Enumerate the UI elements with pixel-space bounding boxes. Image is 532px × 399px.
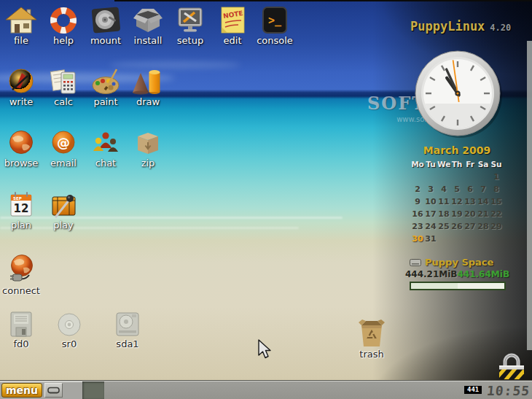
shapes-icon bbox=[132, 67, 164, 96]
sticky-note-icon: NOTE bbox=[216, 6, 249, 35]
calendar-date: 19 bbox=[450, 209, 463, 222]
icon-label: calc bbox=[42, 97, 85, 107]
calendar-date: 27 bbox=[463, 222, 477, 234]
calendar-date-today: 30 bbox=[411, 234, 424, 247]
icon-label: help bbox=[42, 36, 85, 46]
desktop-icon-install[interactable]: install bbox=[127, 6, 169, 46]
space-usage-bar bbox=[410, 282, 506, 290]
distro-version: 4.20 bbox=[490, 23, 511, 33]
calendar-date: 18 bbox=[437, 209, 450, 222]
calendar-day-header: Sa bbox=[477, 160, 490, 172]
calendar-widget: March 2009 Mo Tu We Th Fr Sa Su 1 2 3 4 … bbox=[408, 144, 506, 247]
puppy-space-widget: Puppy Space 444.21MiB 441.64MiB bbox=[405, 257, 507, 290]
calendar-date: 24 bbox=[424, 222, 437, 234]
globe-icon bbox=[5, 128, 37, 158]
desktop-icon-mount[interactable]: mount bbox=[85, 6, 127, 46]
calendar-date bbox=[450, 234, 463, 247]
abiword-icon bbox=[5, 67, 37, 96]
desktop-icon-trash[interactable]: trash bbox=[351, 318, 393, 360]
calendar-date: 9 bbox=[411, 197, 424, 209]
calendar-date: 28 bbox=[477, 222, 490, 234]
desktop-icon-sr0[interactable]: sr0 bbox=[48, 311, 90, 349]
desktop-icon-plan[interactable]: SEP 12 plan bbox=[0, 190, 42, 231]
palette-icon bbox=[90, 67, 122, 96]
calendar-date bbox=[463, 234, 477, 247]
drive-small-icon bbox=[410, 259, 421, 266]
desktop-icon-help[interactable]: help bbox=[42, 6, 85, 46]
calendar-date: 2 bbox=[411, 185, 424, 197]
desktop-icon-edit[interactable]: NOTE edit bbox=[211, 6, 254, 46]
calendar-date bbox=[424, 172, 437, 185]
calendar-date: 5 bbox=[450, 185, 463, 197]
show-desktop-button[interactable] bbox=[44, 383, 63, 398]
house-icon bbox=[5, 6, 37, 35]
calendar-date: 31 bbox=[424, 234, 437, 247]
icon-label: file bbox=[0, 36, 42, 46]
calendar-date: 12 bbox=[450, 197, 463, 209]
calendar-date bbox=[411, 172, 424, 185]
clock-face-icon bbox=[412, 48, 504, 140]
icon-label: chat bbox=[85, 158, 127, 168]
lock-widget[interactable] bbox=[497, 350, 526, 384]
calendar-date bbox=[450, 172, 463, 185]
floppy-icon bbox=[5, 311, 37, 338]
desktop-icon-calc[interactable]: calc bbox=[42, 67, 85, 107]
desktop-icon-console[interactable]: >_ console bbox=[254, 6, 296, 46]
at-sign-icon: @ bbox=[47, 128, 79, 158]
desktop-icon-chat[interactable]: chat bbox=[85, 128, 127, 168]
globe-plug-icon bbox=[5, 253, 37, 285]
icon-label: draw bbox=[127, 97, 169, 107]
icon-label: console bbox=[254, 36, 296, 46]
calendar-date bbox=[463, 172, 477, 185]
icon-label: edit bbox=[211, 36, 254, 46]
harddisk-icon bbox=[90, 6, 122, 35]
mouse-cursor bbox=[258, 339, 274, 364]
calendar-day-header: Mo bbox=[411, 160, 424, 172]
calendar-date bbox=[490, 234, 503, 247]
calendar-month-text: SEP bbox=[13, 196, 22, 201]
calendar-date: 20 bbox=[463, 209, 477, 222]
desktop-icon-paint[interactable]: paint bbox=[85, 67, 127, 107]
calendar-date bbox=[477, 234, 490, 247]
taskbar: menu 441 10:55 bbox=[0, 380, 532, 399]
calendar-date: 13 bbox=[463, 197, 477, 209]
icon-label: paint bbox=[85, 97, 127, 107]
desktop-icon-zip[interactable]: zip bbox=[127, 128, 169, 168]
icon-label: sda1 bbox=[106, 339, 149, 349]
media-icon bbox=[47, 190, 79, 220]
zip-box-icon bbox=[132, 128, 164, 158]
calendar-date: 8 bbox=[490, 185, 503, 197]
calendar-date: 4 bbox=[437, 185, 450, 197]
icon-label: fd0 bbox=[0, 339, 42, 349]
calendar-date: 3 bbox=[424, 185, 437, 197]
desktop-icon-connect[interactable]: connect bbox=[0, 253, 42, 296]
desktop-icon-play[interactable]: play bbox=[42, 190, 85, 231]
calendar-date: 10 bbox=[424, 197, 437, 209]
calendar-date: 17 bbox=[424, 209, 437, 222]
desktop-icon-email[interactable]: @ email bbox=[42, 128, 85, 168]
workspace-pager[interactable] bbox=[82, 381, 104, 399]
desktop-icon-setup[interactable]: setup bbox=[169, 6, 211, 46]
calendar-day-header: We bbox=[437, 160, 450, 172]
icon-label: install bbox=[127, 36, 169, 46]
free-space-badge: 441 bbox=[464, 386, 482, 394]
icon-label: play bbox=[42, 220, 85, 231]
desktop-icon-sda1[interactable]: sda1 bbox=[106, 311, 149, 349]
calendar-date: 26 bbox=[450, 222, 463, 234]
desktop-icon-draw[interactable]: draw bbox=[127, 67, 169, 107]
icon-label: trash bbox=[351, 349, 393, 360]
desktop-icon-browse[interactable]: browse bbox=[0, 128, 42, 168]
menu-button[interactable]: menu bbox=[1, 383, 42, 398]
icon-label: connect bbox=[0, 286, 42, 296]
space-usage-fill bbox=[411, 283, 458, 289]
lifebuoy-icon bbox=[47, 6, 79, 35]
right-edge-artifact bbox=[527, 41, 532, 350]
desktop-icon-write[interactable]: write bbox=[0, 67, 42, 107]
calendar-day-header: Su bbox=[490, 160, 503, 172]
desktop-icon-fd0[interactable]: fd0 bbox=[0, 311, 42, 349]
icon-label: browse bbox=[0, 158, 42, 168]
calendar-date: 11 bbox=[437, 197, 450, 209]
people-icon bbox=[90, 128, 122, 158]
icon-label: email bbox=[42, 158, 85, 168]
desktop-icon-file[interactable]: file bbox=[0, 6, 42, 46]
